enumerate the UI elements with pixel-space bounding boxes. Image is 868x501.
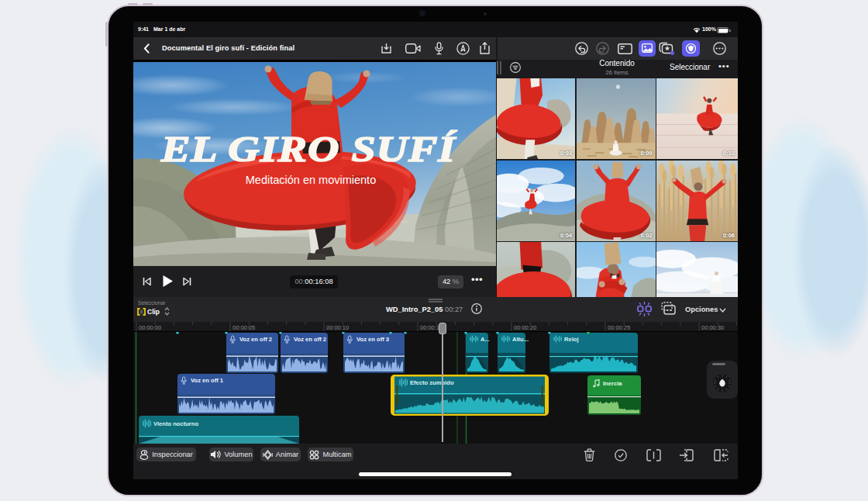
svg-text:Voz en off 2: Voz en off 2 — [294, 336, 326, 343]
svg-text:Altu...: Altu... — [512, 336, 529, 343]
svg-text:00:00:25: 00:00:25 — [608, 324, 630, 331]
svg-text:00:00:20: 00:00:20 — [514, 324, 536, 331]
svg-text:A...: A... — [480, 336, 490, 343]
svg-text:Voz en off 2: Voz en off 2 — [239, 336, 272, 343]
svg-text:Efecto zumbido: Efecto zumbido — [410, 379, 454, 386]
svg-text:00:00:30: 00:00:30 — [701, 324, 724, 331]
svg-text:Inercia: Inercia — [603, 380, 622, 387]
svg-text:00:00:00: 00:00:00 — [139, 324, 161, 331]
svg-text:Voz en off 1: Voz en off 1 — [191, 377, 224, 384]
svg-text:Reloj: Reloj — [564, 336, 579, 343]
svg-text:Voz en off 3: Voz en off 3 — [356, 336, 389, 343]
svg-text:Viento nocturno: Viento nocturno — [153, 420, 198, 427]
svg-text:00:00:05: 00:00:05 — [232, 324, 255, 331]
svg-text:00:00:10: 00:00:10 — [326, 324, 349, 331]
